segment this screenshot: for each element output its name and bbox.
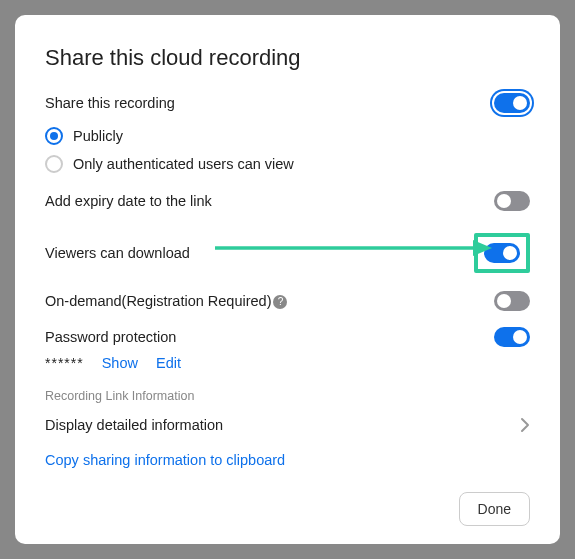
chevron-right-icon [520, 413, 530, 437]
ondemand-label-wrap: On-demand(Registration Required)? [45, 292, 287, 310]
done-button[interactable]: Done [459, 492, 530, 526]
share-visibility-radio-group: Publicly Only authenticated users can vi… [45, 127, 530, 173]
password-label: Password protection [45, 329, 176, 345]
expiry-row: Add expiry date to the link [45, 191, 530, 211]
share-recording-toggle[interactable] [494, 93, 530, 113]
toggle-knob [497, 294, 511, 308]
radio-selected-icon [45, 127, 63, 145]
radio-unselected-icon [45, 155, 63, 173]
password-row: Password protection [45, 327, 530, 347]
dialog-footer: Done [459, 492, 530, 526]
help-icon[interactable]: ? [273, 295, 287, 309]
ondemand-label: On-demand(Registration Required) [45, 293, 271, 309]
password-actions: ****** Show Edit [45, 355, 530, 371]
download-toggle[interactable] [484, 243, 520, 263]
share-recording-label: Share this recording [45, 95, 175, 111]
download-row: Viewers can download [45, 233, 530, 273]
share-recording-dialog: Share this cloud recording Share this re… [15, 15, 560, 544]
password-toggle[interactable] [494, 327, 530, 347]
toggle-knob [513, 96, 527, 110]
expiry-label: Add expiry date to the link [45, 193, 212, 209]
ondemand-row: On-demand(Registration Required)? [45, 291, 530, 311]
password-edit-link[interactable]: Edit [156, 355, 181, 371]
radio-label-authenticated: Only authenticated users can view [73, 156, 294, 172]
download-label: Viewers can download [45, 245, 190, 261]
radio-option-publicly[interactable]: Publicly [45, 127, 530, 145]
recording-link-section-label: Recording Link Information [45, 389, 530, 403]
expiry-toggle[interactable] [494, 191, 530, 211]
display-detailed-label: Display detailed information [45, 417, 223, 433]
ondemand-toggle[interactable] [494, 291, 530, 311]
copy-sharing-link[interactable]: Copy sharing information to clipboard [45, 452, 285, 468]
radio-label-publicly: Publicly [73, 128, 123, 144]
share-recording-row: Share this recording [45, 91, 530, 115]
dialog-title: Share this cloud recording [45, 45, 530, 71]
toggle-knob [513, 330, 527, 344]
toggle-knob [497, 194, 511, 208]
display-detailed-row[interactable]: Display detailed information [45, 413, 530, 437]
password-show-link[interactable]: Show [102, 355, 138, 371]
toggle-knob [503, 246, 517, 260]
radio-option-authenticated[interactable]: Only authenticated users can view [45, 155, 530, 173]
annotation-highlight [474, 233, 530, 273]
password-masked-value: ****** [45, 355, 84, 371]
